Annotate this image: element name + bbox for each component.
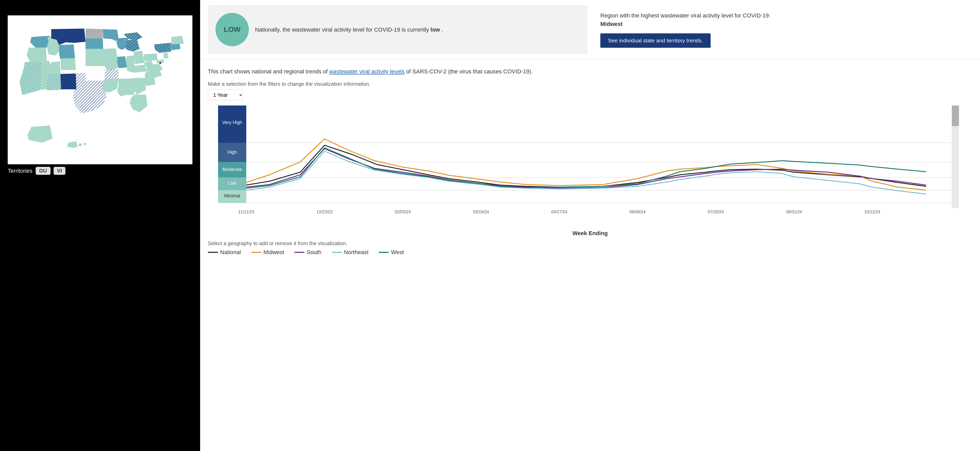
state-ak[interactable]	[27, 126, 52, 143]
legend-national[interactable]: National	[208, 249, 241, 256]
map-container	[8, 15, 192, 164]
region-highest-text: Region with the highest wastewater viral…	[600, 11, 770, 28]
state-wv[interactable]	[145, 61, 153, 67]
chart-desc-1: This chart shows national and regional t…	[208, 68, 329, 75]
state-pa[interactable]	[144, 53, 158, 61]
territories-bar: Territories GU VI	[8, 167, 65, 175]
state-il[interactable]	[117, 56, 127, 68]
chart-svg: Very High High Moderate Low Minimal 11/1…	[208, 105, 972, 229]
svg-point-5	[79, 143, 82, 146]
chart-bg	[246, 105, 952, 208]
right-panel: LOW Nationally, the wastewater viral act…	[200, 0, 980, 451]
svg-text:08/31/24: 08/31/24	[786, 210, 802, 214]
territory-gu-badge[interactable]: GU	[36, 167, 51, 175]
description-section: This chart shows national and regional t…	[200, 59, 980, 78]
low-label: Low	[228, 180, 237, 186]
region-highest-box: Region with the highest wastewater viral…	[593, 5, 972, 54]
state-al[interactable]	[126, 83, 134, 95]
national-period: .	[442, 26, 443, 33]
state-nj[interactable]	[164, 53, 169, 59]
state-oh[interactable]	[134, 51, 145, 64]
national-info-text: Nationally, the wastewater viral activit…	[255, 25, 443, 34]
left-panel: Territories GU VI	[0, 0, 200, 451]
legend-midwest[interactable]: Midwest	[251, 249, 284, 256]
region-highest-label: Region with the highest wastewater viral…	[600, 12, 770, 19]
info-row: LOW Nationally, the wastewater viral act…	[200, 0, 980, 59]
state-ar[interactable]	[105, 70, 119, 79]
midwest-legend-label: Midwest	[264, 249, 284, 256]
wastewater-link[interactable]: wastewater viral activity levels	[329, 68, 404, 75]
state-co[interactable]	[60, 58, 76, 70]
svg-text:12/23/23: 12/23/23	[317, 210, 332, 214]
state-nd[interactable]	[86, 29, 103, 38]
state-mn[interactable]	[103, 29, 119, 41]
south-legend-line	[294, 252, 304, 253]
svg-text:04/27/24: 04/27/24	[551, 210, 567, 214]
state-ny[interactable]	[154, 43, 171, 53]
region-highest-name: Midwest	[600, 21, 623, 27]
south-legend-label: South	[307, 249, 321, 256]
svg-point-6	[83, 143, 86, 145]
state-ga[interactable]	[134, 78, 146, 95]
state-az[interactable]	[47, 74, 61, 90]
west-legend-line	[379, 252, 389, 253]
state-nc[interactable]	[145, 70, 162, 78]
legend-items: National Midwest South Northeast West	[208, 249, 972, 256]
moderate-label: Moderate	[223, 167, 242, 172]
description-text: This chart shows national and regional t…	[208, 67, 972, 76]
state-ok[interactable]	[76, 73, 105, 86]
national-legend-label: National	[220, 249, 241, 256]
state-ks[interactable]	[86, 57, 105, 66]
state-sd[interactable]	[86, 38, 103, 49]
national-level: low	[431, 26, 440, 33]
state-vt-nh-me[interactable]	[171, 36, 184, 45]
national-level-box: LOW Nationally, the wastewater viral act…	[208, 5, 587, 54]
state-in[interactable]	[126, 56, 134, 67]
state-sc[interactable]	[145, 77, 156, 86]
territory-vi-badge[interactable]: VI	[54, 167, 66, 175]
west-legend-label: West	[391, 249, 404, 256]
svg-text:06/08/24: 06/08/24	[630, 210, 646, 214]
state-ms[interactable]	[117, 84, 127, 96]
state-ne[interactable]	[86, 49, 105, 57]
national-description: Nationally, the wastewater viral activit…	[255, 26, 429, 33]
filter-label: Make a selection from the filters to cha…	[208, 81, 972, 87]
x-axis-label: Week Ending	[208, 230, 972, 237]
svg-text:03/16/24: 03/16/24	[473, 210, 489, 214]
northeast-legend-label: Northeast	[344, 249, 368, 256]
northeast-legend-line	[332, 252, 342, 253]
chart-wrapper: Very High High Moderate Low Minimal 11/1…	[208, 105, 972, 229]
state-hi[interactable]	[67, 142, 78, 148]
legend-section: Select a geography to add or remove it f…	[200, 237, 980, 260]
state-ut[interactable]	[51, 61, 60, 74]
state-fl[interactable]	[130, 95, 148, 112]
national-legend-line	[208, 252, 218, 253]
legend-south[interactable]: South	[294, 249, 321, 256]
state-ia[interactable]	[103, 48, 117, 58]
svg-text:11/11/23: 11/11/23	[238, 210, 254, 214]
state-wy[interactable]	[59, 45, 75, 59]
legend-northeast[interactable]: Northeast	[332, 249, 368, 256]
see-trends-button[interactable]: See individual state and territory trend…	[600, 33, 711, 48]
svg-text:02/03/24: 02/03/24	[395, 210, 411, 214]
midwest-legend-line	[251, 252, 261, 253]
year-select[interactable]: 1 Year 6 Months 3 Months	[208, 89, 243, 100]
state-nm[interactable]	[60, 73, 76, 89]
state-or[interactable]	[27, 48, 47, 62]
svg-text:07/20/24: 07/20/24	[708, 210, 724, 214]
filter-section: Make a selection from the filters to cha…	[200, 78, 980, 103]
very-high-label: Very High	[222, 120, 242, 125]
scrollbar-thumb[interactable]	[952, 105, 959, 126]
legend-west[interactable]: West	[379, 249, 404, 256]
dc-dot	[159, 62, 161, 64]
state-mo[interactable]	[105, 57, 119, 70]
svg-text:10/12/24: 10/12/24	[864, 210, 880, 214]
territories-label: Territories	[8, 167, 33, 174]
state-mi-lower[interactable]	[126, 39, 140, 52]
state-ca[interactable]	[19, 61, 42, 95]
high-label: High	[227, 150, 237, 155]
low-circle: LOW	[215, 13, 249, 46]
state-tx[interactable]	[73, 86, 107, 114]
legend-header: Select a geography to add or remove it f…	[208, 241, 972, 246]
state-la[interactable]	[102, 79, 119, 92]
